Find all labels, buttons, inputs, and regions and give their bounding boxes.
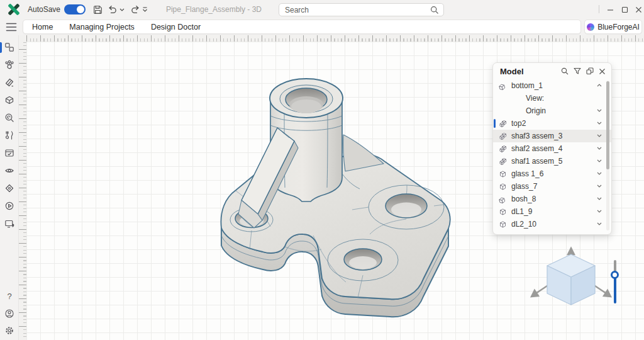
window-controls-separator	[599, 5, 599, 13]
tool-inspect-zoom[interactable]	[0, 109, 19, 127]
box-icon	[4, 95, 14, 105]
undo-icon	[108, 4, 118, 14]
maximize-icon	[621, 6, 628, 13]
tree-item-label: shaf1 assem_5	[511, 157, 562, 166]
help-button[interactable]: ?	[0, 288, 19, 305]
chevron-down-icon[interactable]	[597, 172, 602, 175]
play-icon	[4, 201, 14, 211]
chevron-down-icon[interactable]	[597, 210, 602, 213]
assembly-cubes-icon	[499, 157, 508, 166]
account-button[interactable]	[0, 305, 19, 322]
account-icon	[4, 309, 14, 319]
tree-child-view[interactable]: View:	[493, 92, 611, 105]
app-logo-icon	[8, 3, 20, 16]
panel-close-icon[interactable]	[599, 68, 606, 75]
zoom-slider-handle[interactable]	[611, 271, 619, 279]
tree-item-glass-7[interactable]: glass_7	[493, 180, 611, 193]
menu-item-design-doctor[interactable]: Design Doctor	[151, 23, 201, 31]
panel-title: Model	[500, 67, 524, 76]
component-cube-icon	[497, 82, 507, 92]
save-button[interactable]	[92, 4, 103, 15]
tree-item-dl1-9[interactable]: dL1_9	[493, 205, 611, 218]
title-bar: AutoSave Pipe_Flange_Assembly - 3D	[0, 0, 644, 18]
tree-item-label: View:	[526, 94, 544, 103]
panel-filter-icon[interactable]	[574, 67, 581, 75]
tree-item-glass-1-6[interactable]: glass 1_6	[493, 167, 611, 180]
menu-item-home[interactable]: Home	[32, 23, 53, 31]
panel-search-icon[interactable]	[561, 67, 569, 75]
viewport-canvas[interactable]: Model bottom_1 View: Origin	[19, 35, 644, 340]
chevron-up-icon[interactable]	[597, 84, 602, 87]
menu-item-managing-projects[interactable]: Managing Projects	[69, 23, 135, 31]
save-icon	[93, 5, 103, 14]
validate-window-icon	[4, 148, 14, 158]
chevron-down-icon[interactable]	[597, 134, 602, 137]
settings-button[interactable]	[0, 322, 19, 339]
horizontal-ruler	[26, 35, 644, 42]
eye-icon	[4, 166, 14, 176]
tree-item-shaf1-assem-5[interactable]: shaf1 assem_5	[493, 155, 611, 167]
left-tool-rail: ?	[0, 35, 19, 340]
modify-tools-icon	[4, 130, 14, 140]
chevron-down-icon[interactable]	[597, 159, 602, 162]
ribbon-menu: Home Managing Projects Design Doctor	[23, 20, 581, 34]
panel-scrollbar-thumb[interactable]	[606, 81, 609, 169]
chevron-down-icon[interactable]	[597, 122, 602, 125]
undo-button[interactable]	[107, 4, 118, 15]
gear-icon	[4, 326, 14, 336]
tool-move-gizmo[interactable]	[0, 179, 19, 197]
search-icon	[430, 6, 439, 14]
tool-sweep-wedge[interactable]	[0, 74, 19, 91]
minimize-button[interactable]	[604, 4, 616, 15]
model-tree: bottom_1 View: Origin top2 shaf3 assem_3	[493, 79, 611, 230]
view-cube[interactable]	[513, 243, 639, 340]
search-input[interactable]	[285, 4, 426, 15]
menu-bar: Home Managing Projects Design Doctor Blu…	[0, 18, 644, 35]
part-cube-icon	[499, 208, 507, 216]
chevron-down-icon[interactable]	[597, 222, 602, 225]
redo-button[interactable]	[130, 4, 141, 15]
close-button[interactable]	[633, 4, 644, 15]
zoom-slider[interactable]	[611, 260, 619, 304]
tool-sketch-constraints[interactable]	[0, 56, 19, 74]
tree-item-shaf3-assem-3[interactable]: shaf3 assem_3	[493, 130, 611, 142]
tool-select-components[interactable]	[0, 38, 19, 56]
tree-item-dl2-10[interactable]: dL2_10	[493, 218, 611, 230]
chevron-down-icon[interactable]	[597, 184, 602, 188]
autosave-label: AutoSave	[28, 5, 60, 14]
assembly-cubes-icon	[499, 120, 508, 128]
panel-scrollbar[interactable]	[606, 81, 609, 230]
tree-item-top2[interactable]: top2	[493, 117, 611, 130]
tree-child-origin[interactable]: Origin	[493, 105, 611, 117]
blueforge-ai-button[interactable]: BlueForgeAI	[584, 20, 642, 34]
chevron-down-icon[interactable]	[597, 109, 602, 112]
search-box[interactable]	[279, 3, 444, 16]
maximize-button[interactable]	[619, 4, 630, 15]
tool-box-primitive[interactable]	[0, 91, 19, 109]
vertical-ruler	[19, 35, 26, 340]
tool-modify-tools[interactable]	[0, 127, 19, 144]
tree-item-shaf2-assem-4[interactable]: shaf2 assem_4	[493, 142, 611, 155]
rail-bottom-tools: ?	[0, 288, 19, 339]
secure-display-icon	[4, 218, 14, 229]
chevron-down-icon[interactable]	[597, 147, 602, 150]
move-gizmo-icon	[4, 183, 14, 193]
tool-secure-display[interactable]	[0, 215, 19, 232]
redo-options-chevron[interactable]	[141, 4, 148, 15]
undo-options-chevron[interactable]	[118, 4, 126, 15]
tree-item-bosh-8[interactable]: bosh_8	[493, 193, 611, 205]
tool-visibility[interactable]	[0, 162, 19, 179]
tool-validate-window[interactable]	[0, 144, 19, 162]
tree-item-label: glass_7	[511, 182, 537, 191]
tree-item-label: bosh_8	[511, 195, 536, 203]
chevron-down-icon[interactable]	[597, 197, 602, 200]
tree-item-bottom-1[interactable]: bottom_1	[493, 79, 611, 92]
ai-button-label: BlueForgeAI	[597, 23, 640, 31]
chevron-down-icon	[119, 8, 125, 11]
hamburger-menu-icon[interactable]	[6, 23, 17, 31]
autosave-toggle[interactable]	[64, 4, 86, 14]
part-cube-icon	[499, 220, 507, 229]
tool-simulation-play[interactable]	[0, 197, 19, 215]
app-window: { "titlebar": { "autosave_label": "AutoS…	[0, 0, 644, 340]
panel-group-select-icon[interactable]	[586, 67, 594, 75]
